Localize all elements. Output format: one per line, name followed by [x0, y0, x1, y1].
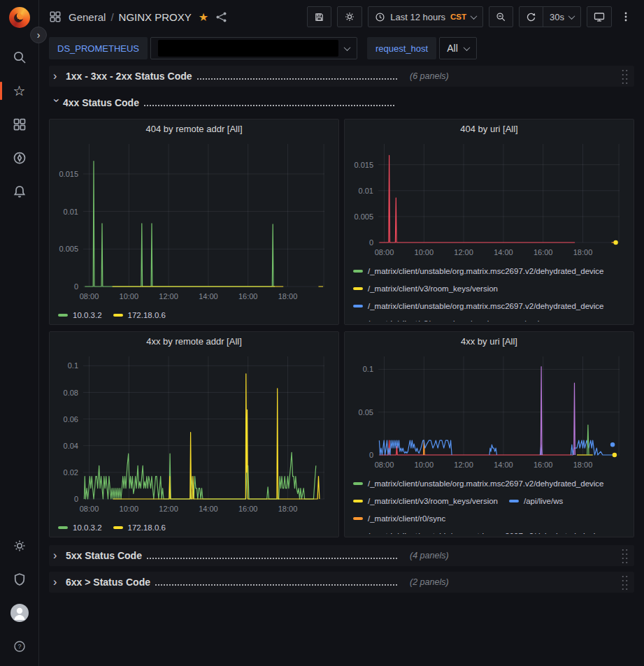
legend-label[interactable]: 10.0.3.2 [73, 311, 102, 319]
sidebar-item-help[interactable]: ? [6, 632, 34, 660]
legend-swatch [353, 482, 363, 485]
timeseries-plot[interactable]: 08:0010:0012:0014:0016:0018:0000.020.040… [57, 351, 331, 517]
legend-label[interactable]: 172.18.0.6 [128, 523, 166, 532]
clock-icon [375, 12, 385, 22]
legend-label[interactable]: /_matrix/client/v3/room_keys/version [368, 319, 498, 322]
legend-item[interactable]: /_matrix/client/unstable/org.matrix.msc2… [353, 262, 604, 280]
legend-item[interactable]: /_matrix/client/unstable/org.matrix.msc2… [353, 297, 604, 314]
tv-mode-button[interactable] [587, 6, 612, 27]
timeseries-plot[interactable]: 08:0010:0012:0014:0016:0018:0000.0050.01… [57, 138, 331, 305]
submenu: DS_PROMETHEUS request_host All [39, 34, 644, 63]
legend-swatch [353, 270, 363, 273]
sidebar-item-server-admin[interactable] [6, 565, 34, 593]
sidebar-item-search[interactable] [6, 43, 34, 71]
sidebar-item-configuration[interactable] [6, 532, 34, 560]
legend-label[interactable]: 172.18.0.6 [128, 311, 166, 319]
row-6xx[interactable]: › 6xx > Status Code (2 panels) [49, 572, 634, 593]
legend-item[interactable]: 172.18.0.6 [113, 306, 166, 321]
svg-text:0: 0 [369, 238, 373, 247]
refresh-interval-dropdown[interactable]: 30s [543, 7, 580, 27]
panel-404-by-remote-addr: 404 by remote addr [All] 08:0010:0012:00… [49, 119, 339, 325]
dashboard-settings-button[interactable] [337, 6, 362, 27]
legend-item[interactable]: 10.0.3.2 [58, 519, 102, 534]
legend-label[interactable]: /api/live/ws [524, 497, 563, 505]
row-drag-handle[interactable] [621, 68, 629, 85]
chevron-down-icon: › [51, 99, 62, 108]
panel-legend: 10.0.3.2172.18.0.6 [57, 305, 331, 321]
save-dashboard-button[interactable] [307, 6, 331, 27]
legend-label[interactable]: /_matrix/client/unstable/org.matrix.msc2… [368, 267, 604, 275]
row-dotted-leader [197, 78, 397, 80]
legend-swatch [113, 314, 123, 317]
legend-label[interactable]: /_matrix/client/v3/room_keys/version [368, 284, 498, 293]
sidebar-item-profile[interactable] [6, 599, 34, 627]
legend-item[interactable]: /_matrix/client/v3/room_keys/version [353, 280, 498, 297]
panel-title[interactable]: 4xx by remote addr [All] [146, 336, 242, 347]
legend-item[interactable]: /_matrix/client/r0/sync [353, 509, 445, 527]
panel-legend: /_matrix/client/unstable/org.matrix.msc2… [352, 261, 627, 321]
save-icon [314, 12, 324, 22]
legend-label[interactable]: /sw.js [524, 319, 543, 322]
refresh-button[interactable] [520, 7, 543, 27]
ds-prometheus-value-dropdown[interactable] [150, 37, 357, 59]
svg-text:0.08: 0.08 [64, 389, 78, 397]
panel-title[interactable]: 404 by uri [All] [460, 124, 517, 134]
zoom-out-button[interactable] [489, 6, 513, 27]
legend-item[interactable]: /api/live/ws [509, 492, 563, 509]
breadcrumb-separator: / [110, 11, 113, 23]
row-1xx-3xx-2xx[interactable]: › 1xx - 3xx - 2xx Status Code (6 panels) [49, 66, 634, 87]
grafana-logo-icon[interactable] [9, 7, 30, 28]
panel-legend: /_matrix/client/unstable/org.matrix.msc2… [352, 473, 627, 534]
favorite-star-icon[interactable]: ★ [199, 10, 208, 24]
legend-item[interactable]: /_matrix/client/v3/room_keys/version [353, 492, 498, 509]
sidebar-item-starred[interactable]: ☆ [6, 77, 34, 105]
row-drag-handle[interactable] [621, 548, 629, 564]
sidebar-item-explore[interactable] [6, 144, 34, 172]
panel-header: 4xx by remote addr [All] [57, 332, 331, 351]
share-icon[interactable] [215, 11, 227, 23]
timeseries-plot[interactable]: 08:0010:0012:0014:0016:0018:0000.0050.01… [352, 138, 627, 261]
panel-404-by-uri: 404 by uri [All] 08:0010:0012:0014:0016:… [344, 119, 634, 325]
legend-label[interactable]: /_matrix/client/r0/sync [368, 514, 445, 523]
monitor-icon [594, 11, 605, 22]
row-4xx[interactable]: › 4xx Status Code [49, 92, 634, 113]
legend-item[interactable]: 10.0.3.2 [58, 306, 102, 321]
breadcrumb-folder[interactable]: General [69, 11, 106, 23]
grafana-app: ☆ ? › [0, 0, 644, 666]
time-range-picker[interactable]: Last 12 hours CST [368, 6, 483, 27]
panels-grid: 404 by remote addr [All] 08:0010:0012:00… [49, 119, 634, 537]
legend-label[interactable]: 10.0.3.2 [73, 523, 102, 532]
legend-label[interactable]: /_matrix/client/v3/room_keys/version [368, 497, 498, 505]
row-title: 5xx Status Code [66, 550, 142, 561]
timeseries-plot[interactable]: 08:0010:0012:0014:0016:0018:0000.050.1 [352, 351, 627, 473]
legend-swatch [353, 305, 363, 307]
request-host-label[interactable]: request_host [367, 37, 436, 59]
sidebar-item-alerting[interactable] [6, 178, 34, 205]
sidebar: ☆ ? › [0, 0, 39, 666]
more-options-button[interactable] [617, 6, 634, 27]
request-host-value: All [447, 43, 458, 54]
ds-prometheus-label[interactable]: DS_PROMETHEUS [49, 37, 148, 59]
legend-item[interactable]: 172.18.0.6 [113, 519, 166, 534]
row-drag-handle[interactable] [621, 574, 629, 591]
panel-title[interactable]: 404 by remote addr [All] [145, 124, 242, 134]
svg-text:14:00: 14:00 [199, 505, 218, 513]
svg-text:08:00: 08:00 [80, 505, 99, 513]
row-title: 4xx Status Code [63, 97, 139, 108]
row-5xx[interactable]: › 5xx Status Code (4 panels) [49, 545, 634, 566]
legend-item[interactable]: /_matrix/client/unstable/org.matrix.msc2… [353, 475, 604, 492]
dashboards-grid-icon [13, 117, 27, 131]
apps-grid-icon [49, 10, 62, 23]
panel-title[interactable]: 4xx by uri [All] [461, 336, 517, 347]
sidebar-item-dashboards[interactable] [6, 110, 34, 138]
legend-item[interactable]: /_matrix/client/unstable/org.matrix.msc2… [353, 527, 604, 534]
time-range-label: Last 12 hours [390, 12, 445, 22]
legend-item[interactable]: /sw.js [509, 314, 543, 321]
request-host-value-dropdown[interactable]: All [439, 37, 477, 59]
legend-label[interactable]: /_matrix/client/unstable/org.matrix.msc2… [368, 302, 604, 310]
legend-item[interactable]: /_matrix/client/v3/room_keys/version [353, 314, 498, 321]
sidebar-expand-button[interactable]: › [30, 27, 47, 43]
legend-label[interactable]: /_matrix/client/unstable/org.matrix.msc2… [368, 479, 604, 488]
dashboard-title[interactable]: NGINX PROXY [119, 11, 192, 23]
legend-label[interactable]: /_matrix/client/unstable/org.matrix.msc2… [368, 532, 604, 535]
